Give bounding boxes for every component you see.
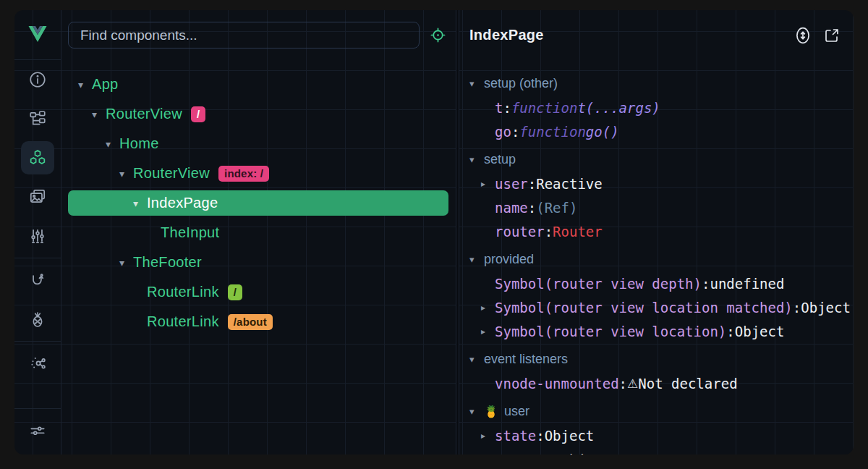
state-key: Symbol(router view depth)	[495, 276, 702, 292]
state-row-Symbol-router-view-location-[interactable]: ▸Symbol(router view location) : Object	[469, 319, 854, 343]
section-header-setup[interactable]: ▾setup	[469, 148, 854, 172]
tree-row-routerview[interactable]: ▾RouterViewindex: /	[68, 159, 448, 188]
route-badge: /about	[228, 314, 273, 330]
tree-row-indexpage[interactable]: ▾IndexPage	[68, 190, 448, 216]
state-key: vnode-unmounted	[495, 376, 619, 392]
section-collapse-icon[interactable]: ▾	[469, 254, 484, 265]
sidebar-item-info[interactable]	[14, 60, 61, 99]
state-value-sig: go()	[586, 124, 619, 140]
page-outline-icon	[28, 109, 47, 128]
tree-row-routerview[interactable]: ▾RouterView/	[68, 99, 448, 129]
inspector-state[interactable]: ▾setup (other)t : function t(...args)go …	[459, 60, 854, 455]
section-label: setup	[484, 152, 516, 167]
state-value-ref: (Ref)	[536, 200, 577, 216]
component-name: TheInput	[161, 224, 219, 241]
expand-toggle-icon[interactable]: ▾	[119, 168, 133, 179]
tree-row-routerlink[interactable]: RouterLink/about	[68, 307, 448, 337]
component-name: Home	[119, 135, 159, 152]
sidebar-item-assets[interactable]	[14, 177, 61, 216]
section-collapse-icon[interactable]: ▾	[469, 78, 484, 89]
state-row-router[interactable]: router : Router	[469, 219, 854, 243]
state-key: router	[495, 224, 545, 240]
mixer-sliders-icon	[28, 227, 47, 245]
section-label: event listeners	[484, 352, 568, 367]
assets-images-icon	[28, 187, 47, 206]
devtools-window: ▾App▾RouterView/▾Home▾RouterViewindex: /…	[14, 10, 854, 455]
sidebar-item-outline[interactable]	[14, 99, 61, 138]
expand-toggle-icon[interactable]: ▸	[481, 455, 495, 455]
expand-toggle-icon[interactable]: ▾	[78, 79, 92, 90]
open-in-editor-button[interactable]	[822, 25, 842, 46]
sidebar-item-hooks[interactable]	[14, 261, 61, 300]
expand-toggle-icon[interactable]: ▾	[133, 198, 147, 209]
sidebar-item-settings[interactable]	[14, 411, 61, 450]
state-key: go	[495, 124, 511, 140]
expand-toggle-icon[interactable]: ▸	[481, 179, 495, 189]
tree-row-home[interactable]: ▾Home	[68, 129, 448, 159]
tree-row-app[interactable]: ▾App	[68, 69, 448, 99]
section-collapse-icon[interactable]: ▾	[469, 406, 484, 417]
search-input[interactable]	[68, 22, 420, 48]
target-icon	[430, 27, 446, 43]
key-value-separator: :	[528, 200, 536, 216]
state-value-red: Router	[553, 224, 603, 240]
info-icon	[28, 70, 47, 89]
state-value-kw: function	[519, 124, 586, 140]
key-value-separator: :	[536, 428, 544, 444]
expand-toggle-icon[interactable]: ▾	[92, 109, 106, 120]
section-header-event-listeners[interactable]: ▾event listeners	[469, 347, 854, 371]
pinia-store-emoji: 🍍	[484, 405, 498, 418]
key-value-separator: :	[503, 100, 511, 116]
scroll-to-component-icon	[794, 26, 812, 45]
section-header-provided[interactable]: ▾provided	[469, 248, 854, 271]
section-header-user[interactable]: ▾🍍user	[469, 400, 854, 423]
section-collapse-icon[interactable]: ▾	[469, 354, 484, 365]
state-row-state[interactable]: ▸state : Object	[469, 423, 854, 447]
open-in-editor-icon	[823, 27, 841, 44]
expand-toggle-icon[interactable]: ▸	[481, 326, 495, 337]
state-row-name[interactable]: name : (Ref)	[469, 195, 854, 219]
scroll-to-component-button[interactable]	[793, 25, 813, 46]
settings-sliders-icon	[28, 421, 47, 440]
component-tree-panel: ▾App▾RouterView/▾Home▾RouterViewindex: /…	[61, 10, 456, 455]
hook-arrow-icon	[28, 271, 47, 290]
tree-row-routerlink[interactable]: RouterLink/	[68, 277, 448, 307]
expand-toggle-icon[interactable]: ▸	[481, 303, 495, 313]
state-row-getters[interactable]: ▸getters : Object	[469, 447, 854, 455]
state-value-warn: ⚠	[627, 376, 638, 391]
tree-header	[61, 10, 456, 60]
state-value-plain: Object	[735, 324, 785, 339]
state-row-go[interactable]: go : function go()	[469, 119, 854, 143]
key-value-separator: :	[511, 124, 519, 140]
expand-toggle-icon[interactable]: ▾	[106, 138, 119, 150]
state-value-plain: Object	[561, 452, 611, 455]
expand-toggle-icon[interactable]: ▸	[481, 431, 495, 441]
component-tree[interactable]: ▾App▾RouterView/▾Home▾RouterViewindex: /…	[61, 60, 456, 455]
expand-toggle-icon[interactable]: ▾	[119, 257, 133, 269]
inspector-header: IndexPage	[459, 10, 854, 60]
sidebar-divider	[14, 408, 61, 409]
sidebar-item-graph[interactable]	[14, 344, 61, 383]
key-value-separator: :	[528, 176, 536, 192]
sidebar-item-pinia[interactable]	[14, 300, 61, 339]
pinia-pineapple-icon	[28, 310, 47, 329]
state-row-user[interactable]: ▸user : Reactive	[469, 172, 854, 195]
tree-row-theinput[interactable]: TheInput	[68, 218, 448, 248]
key-value-separator: :	[619, 376, 627, 392]
active-highlight	[21, 141, 54, 174]
section-header-setup-other-[interactable]: ▾setup (other)	[469, 72, 854, 96]
state-key: Symbol(router view location)	[495, 324, 726, 339]
state-row-Symbol-router-view-depth-[interactable]: Symbol(router view depth) : undefined	[469, 271, 854, 295]
state-row-t[interactable]: t : function t(...args)	[469, 96, 854, 119]
tree-row-thefooter[interactable]: ▾TheFooter	[68, 248, 448, 277]
sidebar-item-options[interactable]	[14, 216, 61, 255]
section-label: provided	[484, 252, 534, 267]
select-component-button[interactable]	[420, 21, 456, 50]
state-value-plain: Not declared	[638, 376, 737, 392]
section-collapse-icon[interactable]: ▾	[469, 154, 484, 165]
state-row-vnode-unmounted[interactable]: vnode-unmounted : ⚠ Not declared	[469, 371, 854, 395]
state-row-Symbol-router-view-location-matched-[interactable]: ▸Symbol(router view location matched) : …	[469, 295, 854, 319]
state-value-plain: Object	[545, 428, 595, 444]
sidebar-item-components[interactable]	[14, 138, 61, 177]
state-value-sig: t(...args)	[577, 100, 660, 116]
